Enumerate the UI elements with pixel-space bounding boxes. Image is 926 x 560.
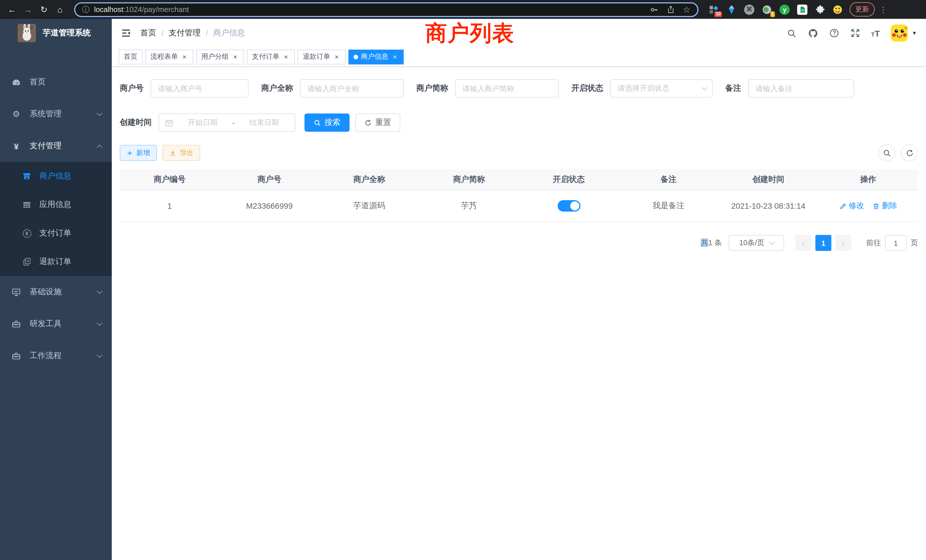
sidebar-item-merchant-info[interactable]: 商户信息 [0, 162, 112, 191]
cell-merchant-id: 1 [120, 191, 219, 221]
payment-submenu: 商户信息 应用信息 ¥ 支付订单 [0, 162, 112, 276]
browser-reload-button[interactable]: ↻ [38, 3, 50, 16]
dashboard-icon [11, 77, 21, 87]
tab-refund-order[interactable]: 退款订单 × [298, 49, 345, 64]
merchant-short-name-input[interactable] [455, 79, 559, 97]
breadcrumb-payment[interactable]: 支付管理 [169, 28, 201, 38]
sidebar-item-refund-order[interactable]: 退款订单 [0, 248, 112, 276]
app-title: 芋道管理系统 [43, 28, 91, 38]
recorder-extension-icon[interactable]: 1 [762, 4, 772, 15]
sidebar-item-infrastructure[interactable]: 基础设施 [0, 276, 112, 308]
tab-flow-form[interactable]: 流程表单 × [145, 49, 193, 64]
sidebar-item-payment[interactable]: ¥ 支付管理 [0, 130, 112, 162]
close-icon[interactable]: × [232, 53, 239, 60]
breadcrumb-separator: / [161, 29, 163, 38]
cell-remark: 我是备注 [619, 191, 719, 221]
status-toggle[interactable] [557, 200, 580, 212]
user-menu[interactable]: ▼ [891, 24, 917, 42]
emoji-extension-icon[interactable] [832, 4, 843, 15]
merchant-no-input[interactable] [151, 79, 249, 97]
gear-icon: ⚙ [11, 109, 21, 119]
browser-update-button[interactable]: 更新 [850, 2, 875, 17]
sidebar-collapse-icon[interactable] [117, 28, 136, 38]
tab-user-group[interactable]: 用户分组 × [196, 49, 244, 64]
export-button-label: 导出 [180, 148, 193, 158]
toggle-knob [570, 201, 579, 210]
refresh-icon[interactable] [901, 144, 918, 161]
browser-home-button[interactable]: ⌂ [54, 3, 66, 16]
create-time-range-picker[interactable]: 开始日期 - 结束日期 [159, 114, 295, 132]
sidebar-logo[interactable]: 芋道管理系统 [0, 19, 112, 47]
grid-icon [22, 200, 31, 209]
column-header: 创建时间 [719, 170, 818, 190]
browser-toolbar: ← → ↻ ⌂ ⓘ localhost:1024/pay/merchant ☆ … [0, 0, 926, 19]
page-number-1[interactable]: 1 [816, 235, 831, 251]
command-extension-icon[interactable]: ⌘ [744, 4, 754, 15]
sidebar-item-app-info[interactable]: 应用信息 [0, 191, 112, 219]
tab-pay-order[interactable]: 支付订单 × [247, 49, 295, 64]
cell-short-name: 芋艿 [419, 191, 519, 221]
delete-link[interactable]: 删除 [872, 201, 897, 211]
sidebar-item-home[interactable]: 首页 [0, 66, 112, 98]
edit-link[interactable]: 修改 [839, 201, 864, 211]
documents-icon [22, 257, 31, 266]
export-button[interactable]: 导出 [162, 145, 200, 161]
avatar [891, 24, 908, 42]
table-row: 1 M233666999 芋道源码 芋艿 我是备注 2021-10-23 08:… [120, 191, 918, 222]
sidebar-item-dev-tools[interactable]: 研发工具 [0, 308, 112, 340]
gem-extension-icon[interactable] [726, 4, 737, 15]
address-bar[interactable]: ⓘ localhost:1024/pay/merchant ☆ [74, 2, 699, 17]
bookmark-star-icon[interactable]: ☆ [683, 4, 690, 15]
prev-page-button[interactable]: ‹ [796, 235, 811, 251]
sidebar-item-workflow[interactable]: 工作流程 [0, 340, 112, 372]
tab-home[interactable]: 首页 [119, 49, 142, 64]
column-header: 商户全称 [319, 170, 419, 190]
extension-badge: 1 [770, 11, 775, 17]
close-icon[interactable]: × [282, 53, 290, 60]
browser-menu-icon[interactable]: ⋮ [879, 5, 887, 14]
tab-label: 商户信息 [361, 52, 388, 62]
sidebar-item-system[interactable]: ⚙ 系统管理 [0, 98, 112, 130]
filter-status: 开启状态 请选择开启状态 [571, 79, 713, 97]
sidebar-item-pay-order[interactable]: ¥ 支付订单 [0, 219, 112, 248]
site-info-icon[interactable]: ⓘ [82, 4, 89, 15]
reset-button[interactable]: 重置 [355, 114, 400, 132]
github-icon[interactable] [808, 28, 818, 38]
sidebar: 芋道管理系统 首页 ⚙ 系统管理 ¥ 支付管理 [0, 19, 112, 560]
next-page-button[interactable]: › [835, 235, 851, 251]
share-icon[interactable] [666, 5, 675, 14]
field-label: 商户简称 [416, 83, 455, 94]
browser-forward-button[interactable]: → [22, 3, 34, 16]
sidebar-item-label: 研发工具 [30, 319, 97, 329]
url-text: localhost:1024/pay/merchant [94, 5, 641, 14]
breadcrumb-home[interactable]: 首页 [140, 28, 156, 38]
sidebar-item-label: 商户信息 [39, 171, 71, 182]
y-extension-icon[interactable]: y [779, 4, 790, 15]
toggle-search-icon[interactable] [878, 144, 895, 161]
password-key-icon[interactable] [649, 5, 658, 14]
merchant-full-name-input[interactable] [300, 79, 404, 97]
field-label: 商户全称 [261, 83, 300, 94]
pagination-total: 共1 条 [701, 238, 722, 248]
search-icon[interactable] [787, 28, 797, 38]
start-date-placeholder: 开始日期 [178, 118, 228, 128]
close-icon[interactable]: × [181, 53, 188, 60]
puzzle-extensions-icon[interactable] [815, 4, 825, 15]
close-icon[interactable]: × [391, 53, 399, 60]
chevron-up-icon [97, 144, 102, 150]
status-select[interactable]: 请选择开启状态 [610, 79, 713, 97]
help-icon[interactable] [829, 28, 839, 38]
page-size-select[interactable]: 10条/页 [729, 235, 784, 251]
fullscreen-icon[interactable] [850, 28, 861, 38]
extension-icon[interactable]: 10 [709, 4, 719, 15]
notes-extension-icon[interactable] [797, 4, 807, 15]
add-button[interactable]: 新增 [120, 145, 157, 161]
close-icon[interactable]: × [333, 53, 340, 60]
tab-merchant-info[interactable]: 商户信息 × [348, 49, 404, 64]
goto-page-input[interactable] [885, 235, 906, 251]
search-button[interactable]: 搜索 [304, 114, 350, 132]
remark-input[interactable] [748, 79, 854, 97]
font-size-icon[interactable]: TT [871, 28, 880, 38]
sidebar-item-label: 支付订单 [39, 228, 71, 238]
browser-back-button[interactable]: ← [6, 3, 18, 16]
